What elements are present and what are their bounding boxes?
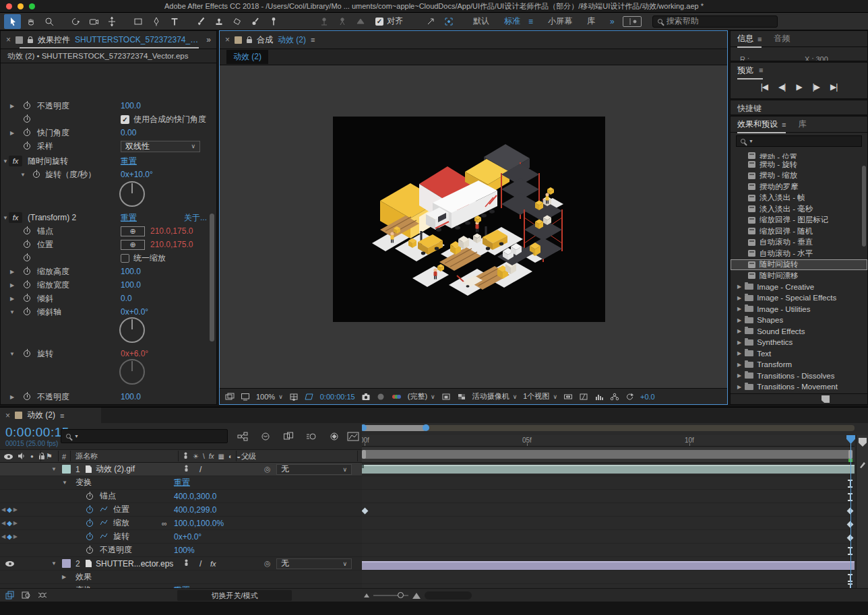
zoom-level[interactable]: 100% — [256, 393, 275, 401]
show-channel-icon[interactable] — [391, 393, 402, 401]
chevron-down-icon[interactable]: ∨ — [278, 393, 283, 400]
about-link[interactable]: 关于... — [184, 212, 207, 224]
preset-folder[interactable]: ▶Image - Creative — [731, 282, 867, 293]
layer-name[interactable]: 动效 (2).gif — [96, 463, 135, 475]
effect-switch-icon[interactable]: fx — [209, 453, 214, 460]
zoom-in-icon[interactable] — [412, 593, 421, 599]
expand-icon[interactable]: ▶ — [9, 269, 16, 275]
stopwatch-icon-active[interactable] — [86, 533, 93, 540]
stopwatch-icon[interactable] — [24, 129, 30, 136]
preset-folder[interactable]: ▶Image - Special Effects — [731, 292, 867, 304]
prev-keyframe-icon[interactable]: ◀ — [1, 520, 5, 526]
stopwatch-icon[interactable] — [24, 255, 30, 261]
prop-row-scale[interactable]: ◀◆▶ 缩放 ∞ 100.0,100.0% — [0, 517, 362, 530]
prev-keyframe-icon[interactable]: ◀ — [1, 507, 5, 513]
expand-icon[interactable]: ▶ — [737, 362, 741, 368]
expand-icon[interactable]: ▶ — [9, 296, 16, 302]
prop-row-position[interactable]: ◀◆▶ 位置 400.0,299.0 — [0, 503, 362, 517]
help-search-field[interactable]: 搜索帮助 — [652, 15, 778, 28]
layer-row-2[interactable]: ▼ 2 SHUTTER...ector.eps / fx ◎ 无∨ — [0, 557, 362, 571]
panel-menu-icon[interactable]: ≡ — [60, 412, 64, 420]
preset-folder[interactable]: ▶Transitions - Movement — [731, 381, 867, 393]
property-value[interactable]: 210.0,175.0 — [150, 240, 193, 249]
motion-blur-icon[interactable] — [303, 429, 319, 444]
effect-header-spin[interactable]: ▼ fx 随时间旋转 重置 — [1, 154, 216, 168]
property-value[interactable]: 0x+0.0° — [121, 307, 148, 317]
camera-view[interactable]: 活动摄像机 — [472, 391, 509, 401]
expand-icon[interactable]: ▶ — [737, 306, 741, 312]
anchor-point-picker[interactable]: ⊕ — [121, 226, 145, 236]
stopwatch-icon[interactable] — [24, 102, 30, 109]
chevron-down-icon[interactable]: ∨ — [513, 393, 518, 400]
resolution-value[interactable]: (完整) — [408, 391, 427, 401]
view-axis-mode-icon[interactable] — [352, 14, 369, 29]
effects-toggle[interactable]: fx — [210, 560, 216, 568]
prop-row-opacity[interactable]: 不透明度 100% — [0, 544, 362, 557]
preset-item[interactable]: 摆动 - 缩放 — [731, 170, 867, 182]
current-time[interactable]: 0:00:00:15 — [320, 393, 355, 401]
shape-tool[interactable] — [129, 14, 146, 29]
video-column-icon[interactable] — [4, 454, 13, 459]
stopwatch-icon[interactable] — [24, 282, 30, 288]
shy-toggle[interactable] — [183, 559, 189, 569]
pen-tool[interactable] — [148, 14, 164, 29]
layer-color-chip[interactable] — [62, 465, 71, 474]
stopwatch-icon[interactable] — [33, 171, 40, 178]
comp-marker-icon[interactable] — [859, 438, 867, 447]
link-icon[interactable]: ∞ — [162, 519, 167, 527]
workspace-overflow-icon[interactable]: » — [610, 17, 615, 26]
work-area-bar[interactable] — [362, 450, 852, 459]
layer1-duration-bar[interactable] — [362, 465, 855, 474]
close-window-button[interactable] — [6, 3, 12, 9]
next-keyframe-icon[interactable]: ▶ — [13, 533, 18, 540]
collapse-icon[interactable]: ▼ — [51, 560, 57, 567]
time-ruler[interactable]: 00f 05f 10f — [362, 435, 855, 447]
prev-keyframe-icon[interactable]: ◀ — [1, 533, 5, 540]
workspace-menu-icon[interactable]: ≡ — [528, 17, 533, 26]
tab-shortcuts[interactable]: 快捷键 — [731, 100, 867, 117]
prop-row-anchor[interactable]: 锚点 400.0,300.0 — [0, 490, 362, 503]
zoom-slider[interactable] — [373, 595, 408, 596]
vertical-scrollbar[interactable] — [210, 214, 214, 342]
property-value[interactable]: 100.0 — [121, 392, 141, 401]
preset-item[interactable]: 自动滚动 - 垂直 — [731, 237, 867, 249]
parent-column[interactable]: 父级 — [241, 450, 256, 463]
quality-toggle[interactable]: / — [199, 465, 202, 474]
region-of-interest-icon[interactable] — [305, 393, 314, 401]
property-value[interactable]: 400.0,299.0 — [174, 505, 216, 515]
preset-folder[interactable]: ▶Shapes — [731, 315, 867, 326]
tab-effects-presets[interactable]: 效果和预设≡ — [737, 119, 786, 130]
group-row-effects[interactable]: ▶ 效果 — [0, 571, 362, 584]
composition-viewer[interactable] — [220, 65, 727, 388]
collapse-icon[interactable]: ▼ — [2, 158, 9, 164]
layer2-duration-bar[interactable] — [362, 561, 855, 570]
camera-tool[interactable] — [85, 14, 102, 29]
expand-icon[interactable]: ▶ — [737, 384, 741, 390]
zoom-handle-right[interactable] — [423, 424, 429, 431]
next-keyframe-icon[interactable]: ▶ — [13, 507, 18, 513]
quality-switch-icon[interactable]: \ — [203, 453, 205, 460]
collapse-icon[interactable]: ▼ — [20, 172, 26, 178]
stopwatch-icon-active[interactable] — [86, 520, 93, 527]
stopwatch-icon[interactable] — [24, 393, 30, 400]
window-controls[interactable] — [6, 3, 35, 9]
preset-item[interactable]: 摆动的罗摩 — [731, 181, 867, 193]
preset-folder[interactable]: ▶Image - Utilities — [731, 304, 867, 315]
collapse-switch-icon[interactable]: ☀ — [193, 453, 199, 460]
show-snapshot-icon[interactable] — [377, 393, 385, 401]
eraser-tool[interactable] — [228, 14, 245, 29]
tab-info[interactable]: 信息≡ — [737, 33, 762, 44]
preset-folder[interactable]: ▶Text — [731, 348, 867, 360]
property-value[interactable]: 0x+6.0° — [121, 349, 148, 358]
brush-tool[interactable] — [192, 14, 209, 29]
toggle-switches-modes-button[interactable]: 切换开关/模式 — [177, 590, 292, 601]
last-frame-button[interactable]: ▶| — [830, 82, 837, 92]
stopwatch-icon[interactable] — [24, 116, 30, 123]
property-value[interactable]: 100% — [174, 546, 195, 555]
tab-library[interactable]: 库 — [798, 119, 806, 130]
composition-mini-flowchart-icon[interactable] — [235, 429, 251, 444]
presets-search-field[interactable]: ▼ — [736, 135, 862, 147]
property-value[interactable]: 400.0,300.0 — [174, 492, 216, 501]
reset-exposure-icon[interactable] — [625, 393, 634, 401]
zoom-tool[interactable] — [40, 14, 57, 29]
